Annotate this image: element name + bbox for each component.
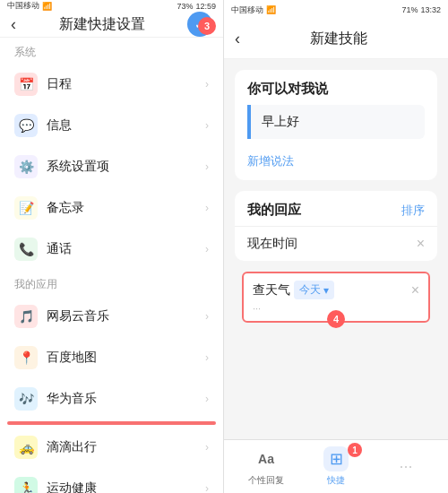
left-time: 12:59: [195, 2, 216, 11]
arrow-icon-2: ›: [205, 119, 209, 132]
quick-label: 快捷: [327, 474, 345, 487]
health-icon: 🏃: [14, 477, 38, 493]
nav-item-more[interactable]: ···: [371, 454, 441, 480]
right-carrier: 中国移动: [231, 4, 263, 16]
schedule-icon: 📅: [14, 73, 38, 96]
dropdown-chevron-icon: ▾: [323, 284, 329, 297]
call-icon: 📞: [14, 238, 38, 261]
arrow-icon-5: ›: [205, 243, 209, 255]
today-tag[interactable]: 今天 ▾: [294, 281, 334, 299]
baidu-label: 百度地图: [47, 350, 205, 366]
nav-item-quick[interactable]: ⊞ 快捷 1: [301, 446, 371, 487]
response-item-time[interactable]: 现在时间 ×: [235, 226, 437, 261]
badge-1: 1: [348, 443, 362, 457]
personal-reply-icon: Aa: [254, 446, 279, 471]
huawei-music-label: 华为音乐: [47, 391, 205, 407]
list-item-memo[interactable]: 📝 备忘录 ›: [0, 187, 223, 229]
nav-item-personal[interactable]: Aa 个性回复: [231, 446, 301, 487]
response-time-label: 现在时间: [247, 236, 417, 252]
list-item-settings[interactable]: ⚙️ 系统设置项 ›: [0, 146, 223, 187]
arrow-icon-7: ›: [205, 351, 209, 364]
badge-3: 3: [198, 17, 216, 35]
netease-label: 网易云音乐: [47, 308, 205, 324]
trigger-text: 早上好: [247, 105, 425, 139]
health-label: 运动健康: [47, 480, 205, 493]
list-item-netease[interactable]: 🎵 网易云音乐 ›: [0, 296, 223, 337]
more-icon: ···: [393, 454, 418, 480]
baidu-icon: 📍: [14, 346, 38, 369]
right-time: 13:32: [420, 5, 441, 14]
list-item-health[interactable]: 🏃 运动健康 ›: [0, 468, 223, 493]
right-content: 你可以对我说 早上好 新增说法 我的回应 排序 现在时间 × 查天气 今天 ▾: [224, 59, 448, 439]
apps-section-label: 我的应用: [0, 270, 223, 296]
right-status-right: 71% 13:32: [401, 5, 441, 14]
left-page-title: 新建快捷设置: [16, 15, 187, 34]
right-status-bar: 中国移动 📶 71% 13:32: [224, 0, 448, 20]
left-carrier: 中国移动: [7, 0, 39, 12]
right-status-left: 中国移动 📶: [231, 4, 276, 16]
response-weather-highlight: 查天气 今天 ▾ × ··· 4: [242, 272, 430, 323]
response-weather-row: 查天气 今天 ▾ ×: [253, 281, 419, 299]
arrow-icon-10: ›: [205, 482, 209, 493]
arrow-icon-9: ›: [205, 441, 209, 454]
left-status-right: 73% 12:59: [177, 2, 216, 11]
bottom-nav: Aa 个性回复 ⊞ 快捷 1 ···: [224, 439, 448, 493]
left-signal: 📶: [42, 2, 52, 11]
list-item-weather[interactable]: ☁️ 天气 ∧: [9, 423, 214, 425]
message-icon: 💬: [14, 114, 38, 137]
trigger-section: 你可以对我说 早上好 新增说法: [235, 70, 437, 180]
response-header: 我的回应 排序: [235, 191, 437, 226]
left-status-left: 中国移动 📶: [7, 0, 52, 12]
list-item-schedule[interactable]: 📅 日程 ›: [0, 64, 223, 105]
memo-label: 备忘录: [47, 200, 205, 216]
left-status-bar: 中国移动 📶 73% 12:59: [0, 0, 223, 12]
arrow-icon: ›: [205, 78, 209, 91]
remove-time-button[interactable]: ×: [417, 236, 425, 252]
arrow-icon-8: ›: [205, 393, 209, 405]
right-panel: 中国移动 📶 71% 13:32 ‹ 新建技能 你可以对我说 早上好 新增说法 …: [224, 0, 448, 493]
list-item-call[interactable]: 📞 通话 ›: [0, 229, 223, 270]
badge-4: 4: [327, 310, 345, 328]
arrow-icon-6: ›: [205, 310, 209, 323]
left-battery: 73%: [177, 2, 193, 11]
call-label: 通话: [47, 241, 205, 257]
quick-icon: ⊞: [323, 446, 349, 471]
remove-weather-button[interactable]: ×: [411, 282, 419, 298]
system-section-label: 系统: [0, 38, 223, 64]
didi-icon: 🚕: [14, 436, 38, 459]
netease-icon: 🎵: [14, 305, 38, 328]
sort-button[interactable]: 排序: [401, 203, 425, 219]
today-label: 今天: [299, 282, 321, 298]
list-item-baidu[interactable]: 📍 百度地图 ›: [0, 337, 223, 378]
right-signal: 📶: [266, 5, 276, 14]
response-section-title: 我的回应: [247, 202, 301, 219]
right-page-title: 新建技能: [240, 30, 437, 48]
weather-response-tag: 查天气: [253, 282, 290, 298]
personal-reply-label: 个性回复: [248, 474, 284, 487]
settings-label: 系统设置项: [47, 159, 205, 175]
memo-icon: 📝: [14, 196, 38, 220]
right-battery: 71%: [401, 5, 418, 14]
arrow-icon-4: ›: [205, 202, 209, 214]
add-say-button[interactable]: 新增说法: [235, 148, 437, 180]
weather-group: ☁️ 天气 ∧ 查天气 2: [7, 421, 216, 425]
right-top-bar: ‹ 新建技能: [224, 20, 448, 59]
arrow-icon-3: ›: [205, 160, 209, 173]
left-panel: 中国移动 📶 73% 12:59 ‹ 新建快捷设置 ✓ 3 系统 📅 日程 › …: [0, 0, 224, 493]
trigger-section-title: 你可以对我说: [235, 70, 437, 105]
list-item-huawei-music[interactable]: 🎶 华为音乐 ›: [0, 378, 223, 419]
didi-label: 滴滴出行: [47, 439, 205, 455]
left-top-bar: ‹ 新建快捷设置 ✓ 3: [0, 12, 223, 38]
message-label: 信息: [47, 117, 205, 134]
settings-icon: ⚙️: [14, 155, 38, 178]
huawei-music-icon: 🎶: [14, 387, 38, 411]
response-section: 我的回应 排序 现在时间 ×: [235, 191, 437, 261]
list-item-didi[interactable]: 🚕 滴滴出行 ›: [0, 427, 223, 468]
list-item-message[interactable]: 💬 信息 ›: [0, 105, 223, 146]
schedule-label: 日程: [47, 76, 205, 92]
